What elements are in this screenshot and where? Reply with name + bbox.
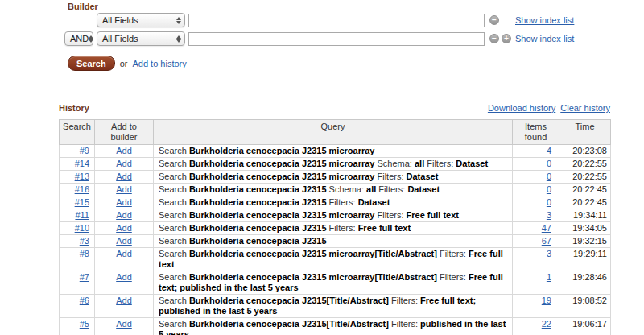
show-index-list-link[interactable]: Show index list xyxy=(515,34,574,43)
query-cell: Search Burkholderia cenocepacia J2315 mi… xyxy=(154,171,513,184)
items-found-link[interactable]: 0 xyxy=(547,197,551,207)
builder-row: All Fields−Show index list xyxy=(64,13,574,27)
or-text: or xyxy=(120,59,128,68)
remove-row-button[interactable]: − xyxy=(489,15,499,25)
select-stepper-icon xyxy=(89,35,93,43)
field-select[interactable]: All Fields xyxy=(97,13,185,27)
table-row: #11AddSearch Burkholderia cenocepacia J2… xyxy=(60,209,611,222)
add-row-button[interactable]: + xyxy=(502,34,511,43)
search-button[interactable]: Search xyxy=(68,56,115,71)
search-number-link[interactable]: #6 xyxy=(80,296,89,305)
table-row: #13AddSearch Burkholderia cenocepacia J2… xyxy=(60,171,611,184)
table-row: #8AddSearch Burkholderia cenocepacia J23… xyxy=(60,248,611,271)
query-cell: Search Burkholderia cenocepacia J2315[Ti… xyxy=(154,318,513,335)
time-cell: 19:28:46 xyxy=(559,271,611,295)
add-to-builder-link[interactable]: Add xyxy=(116,172,132,181)
search-number-link[interactable]: #3 xyxy=(80,236,89,246)
time-cell: 19:29:11 xyxy=(559,248,611,271)
add-to-builder-link[interactable]: Add xyxy=(116,272,132,282)
search-number-link[interactable]: #11 xyxy=(75,210,89,220)
search-row: Search or Add to history xyxy=(68,56,187,71)
add-to-builder-link[interactable]: Add xyxy=(116,223,132,233)
query-cell: Search Burkholderia cenocepacia J2315 xyxy=(154,235,513,248)
time-cell: 19:34:11 xyxy=(559,209,611,222)
table-row: #14AddSearch Burkholderia cenocepacia J2… xyxy=(60,158,611,171)
history-header: History Download history Clear history xyxy=(59,103,610,113)
items-found-link[interactable]: 47 xyxy=(542,223,551,233)
query-cell: Search Burkholderia cenocepacia J2315 mi… xyxy=(154,209,513,222)
table-row: #9AddSearch Burkholderia cenocepacia J23… xyxy=(60,145,611,158)
search-number-link[interactable]: #10 xyxy=(75,223,89,233)
builder-heading: Builder xyxy=(68,2,98,11)
search-number-link[interactable]: #5 xyxy=(80,319,89,329)
builder-row: ANDAll Fields−+Show index list xyxy=(64,31,574,46)
time-cell: 19:06:17 xyxy=(559,318,611,335)
remove-row-button[interactable]: − xyxy=(489,34,499,43)
boolean-select-label: AND xyxy=(70,34,89,43)
col-header-time: Time xyxy=(559,120,611,145)
builder-rows: All Fields−Show index listANDAll Fields−… xyxy=(64,13,574,50)
add-to-builder-link[interactable]: Add xyxy=(116,319,132,329)
table-row: #6AddSearch Burkholderia cenocepacia J23… xyxy=(60,295,611,318)
advanced-search-page: Builder All Fields−Show index listANDAll… xyxy=(0,0,644,335)
items-found-link[interactable]: 22 xyxy=(542,319,551,329)
add-to-builder-link[interactable]: Add xyxy=(116,249,132,258)
time-cell: 20:22:45 xyxy=(559,196,611,209)
col-header-query: Query xyxy=(154,120,513,145)
query-cell: Search Burkholderia cenocepacia J2315 Sc… xyxy=(154,184,513,196)
add-to-builder-link[interactable]: Add xyxy=(116,197,132,207)
field-select[interactable]: All Fields xyxy=(97,31,185,46)
select-stepper-icon xyxy=(176,17,181,24)
search-term-input[interactable] xyxy=(188,32,485,46)
items-found-link[interactable]: 0 xyxy=(547,172,551,181)
add-to-builder-link[interactable]: Add xyxy=(116,146,132,155)
field-select-label: All Fields xyxy=(102,15,138,25)
history-links: Download history Clear history xyxy=(488,103,610,113)
add-to-history-link[interactable]: Add to history xyxy=(132,59,186,68)
items-found-link[interactable]: 67 xyxy=(542,236,551,246)
search-number-link[interactable]: #15 xyxy=(75,197,89,207)
search-number-link[interactable]: #13 xyxy=(75,172,89,181)
search-number-link[interactable]: #8 xyxy=(80,249,89,258)
query-cell: Search Burkholderia cenocepacia J2315 mi… xyxy=(154,271,513,295)
boolean-select[interactable]: AND xyxy=(64,31,93,46)
history-table: Search Add to builder Query Items found … xyxy=(59,119,611,335)
col-header-items-found: Items found xyxy=(513,120,559,145)
download-history-link[interactable]: Download history xyxy=(488,103,555,113)
items-found-link[interactable]: 1 xyxy=(547,272,551,282)
table-row: #3AddSearch Burkholderia cenocepacia J23… xyxy=(60,235,611,248)
add-to-builder-link[interactable]: Add xyxy=(116,159,132,168)
query-cell: Search Burkholderia cenocepacia J2315 mi… xyxy=(154,158,513,171)
add-to-builder-link[interactable]: Add xyxy=(116,296,132,305)
items-found-link[interactable]: 4 xyxy=(547,146,551,155)
items-found-link[interactable]: 19 xyxy=(542,296,551,305)
clear-history-link[interactable]: Clear history xyxy=(560,103,610,113)
time-cell: 19:34:05 xyxy=(559,222,611,235)
search-number-link[interactable]: #16 xyxy=(75,184,89,194)
table-row: #10AddSearch Burkholderia cenocepacia J2… xyxy=(60,222,611,235)
table-row: #7AddSearch Burkholderia cenocepacia J23… xyxy=(60,271,611,295)
items-found-link[interactable]: 0 xyxy=(547,184,551,194)
query-cell: Search Burkholderia cenocepacia J2315 mi… xyxy=(154,248,513,271)
query-cell: Search Burkholderia cenocepacia J2315 Fi… xyxy=(154,196,513,209)
search-number-link[interactable]: #9 xyxy=(80,146,89,155)
items-found-link[interactable]: 3 xyxy=(547,249,551,258)
add-to-builder-link[interactable]: Add xyxy=(116,236,132,246)
search-number-link[interactable]: #7 xyxy=(80,272,89,282)
time-cell: 19:32:15 xyxy=(559,235,611,248)
search-term-input[interactable] xyxy=(188,14,485,27)
history-table-body: #9AddSearch Burkholderia cenocepacia J23… xyxy=(60,145,611,335)
query-cell: Search Burkholderia cenocepacia J2315 mi… xyxy=(154,145,513,158)
time-cell: 20:22:45 xyxy=(559,184,611,196)
history-heading: History xyxy=(59,103,89,113)
time-cell: 19:08:52 xyxy=(559,295,611,318)
table-row: #5AddSearch Burkholderia cenocepacia J23… xyxy=(60,318,611,335)
show-index-list-link[interactable]: Show index list xyxy=(515,15,574,25)
items-found-link[interactable]: 3 xyxy=(547,210,551,220)
add-to-builder-link[interactable]: Add xyxy=(116,210,132,220)
add-to-builder-link[interactable]: Add xyxy=(116,184,132,194)
table-row: #16AddSearch Burkholderia cenocepacia J2… xyxy=(60,184,611,196)
query-cell: Search Burkholderia cenocepacia J2315 Fi… xyxy=(154,222,513,235)
search-number-link[interactable]: #14 xyxy=(75,159,89,168)
items-found-link[interactable]: 0 xyxy=(547,159,551,168)
